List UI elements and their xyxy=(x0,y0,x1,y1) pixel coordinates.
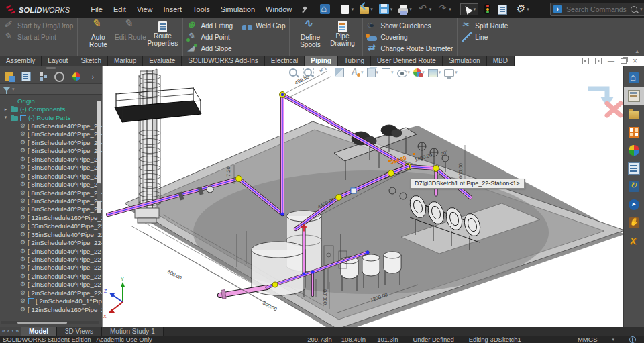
home-icon[interactable]: ▾ xyxy=(318,3,336,15)
command-tab[interactable]: Evaluate xyxy=(143,56,182,66)
tree-item[interactable]: ⚙ [ 8inSchedule40^Pipe_22-S xyxy=(0,205,102,213)
next-tab-icon[interactable]: › xyxy=(11,328,13,334)
tree-item[interactable]: ⚙ [ 2inSchedule40^Pipe_22-S xyxy=(0,255,102,263)
split-route-button[interactable]: Split Route xyxy=(462,20,508,32)
show-guidelines-button[interactable]: Show Guidelines xyxy=(367,20,453,32)
graphics-viewport[interactable]: ▾ ▾ ▾ ▾ ▾ ▾ ▾ ▾ ▾ ▾ xyxy=(103,66,624,327)
model-tab[interactable]: Motion Study 1 xyxy=(102,327,164,336)
menu-item[interactable]: File xyxy=(86,4,107,15)
xpress-products-icon[interactable] xyxy=(624,232,644,250)
edit-route-button[interactable]: Edit Route xyxy=(114,20,146,55)
tree-item[interactable]: Origin xyxy=(0,97,102,105)
tree-item[interactable]: ⚙ [ 2inSchedule40^Pipe_22-S xyxy=(0,281,102,289)
hand-tool-icon[interactable] xyxy=(624,213,644,232)
change-route-diameter-button[interactable]: Change Route Diameter xyxy=(367,43,453,54)
model-tab[interactable]: Model xyxy=(21,327,57,336)
annotation-views-icon[interactable]: ▾ xyxy=(350,67,364,77)
menu-item[interactable]: Simulation xyxy=(216,4,260,15)
undo-icon[interactable]: ▾ xyxy=(416,3,434,15)
doc-close-icon[interactable]: × xyxy=(633,57,637,65)
command-tab[interactable]: Sketch xyxy=(74,56,108,66)
section-view-icon[interactable]: ▾ xyxy=(335,67,347,77)
globe-icon[interactable] xyxy=(629,336,636,343)
auto-route-button[interactable]: Auto Route xyxy=(82,20,114,55)
next-window-icon[interactable] xyxy=(595,58,602,64)
confirmation-corner[interactable] xyxy=(588,89,621,115)
prev-tab-icon[interactable]: ‹ xyxy=(7,328,9,334)
solidworks-connected-icon[interactable] xyxy=(624,177,644,195)
add-slope-button[interactable]: Add Slope xyxy=(187,43,285,54)
search-caret-icon[interactable]: ▾ xyxy=(640,7,643,11)
units-selector[interactable]: MMGS xyxy=(578,336,598,343)
search-box[interactable]: › ▾ xyxy=(550,3,644,16)
covering-button[interactable]: Covering xyxy=(367,32,453,43)
view-palette-icon[interactable] xyxy=(624,123,644,141)
design-library-icon[interactable] xyxy=(624,87,644,105)
display-style-icon[interactable]: ▾ xyxy=(382,67,394,77)
tab-configurationmanager[interactable] xyxy=(35,70,50,83)
weld-gap-button[interactable]: Weld Gap xyxy=(242,20,285,32)
last-tab-icon[interactable]: » xyxy=(15,328,19,334)
tree-item[interactable]: ⚙ [ 2inSchedule40^Pipe_22-S xyxy=(0,272,102,280)
tree-item[interactable]: ⚙ [ 8inSchedule40^Pipe_22-S xyxy=(0,180,102,188)
command-tab[interactable]: Markup xyxy=(108,56,143,66)
model-tab[interactable]: 3D Views xyxy=(57,327,102,336)
tree-item[interactable]: ⚙ [ 8inSchedule40^Pipe_22-S xyxy=(0,121,102,130)
route-properties-button[interactable]: Route Properties xyxy=(146,20,178,55)
file-explorer-icon[interactable] xyxy=(624,105,644,123)
tree-item[interactable]: ⚙ [ 12inSchedule160^Pipe_22 xyxy=(0,213,102,222)
tree-item[interactable]: ⚙ [ 8inSchedule40^Pipe_22-S xyxy=(0,138,102,146)
command-tab[interactable]: MBD xyxy=(487,56,515,66)
options-button[interactable]: ▾ xyxy=(513,3,531,15)
appearances-scenes-icon[interactable] xyxy=(624,141,644,159)
define-spools-button[interactable]: Define Spools xyxy=(294,20,326,55)
tab-dimxpert[interactable] xyxy=(52,70,67,83)
command-tab[interactable]: Tubing xyxy=(338,56,371,66)
view-orientation-icon[interactable]: ▾ xyxy=(367,67,379,77)
tree-item[interactable]: ⚙ [ 12inSchedule160^Pipe_22 xyxy=(0,305,102,313)
tree-item[interactable]: ⚙ [ 8inSchedule40^Pipe_22-S xyxy=(0,130,102,138)
search-input[interactable] xyxy=(565,5,628,14)
tree-item[interactable]: ⚙ [ 8inSchedule40^Pipe_22-S xyxy=(0,164,102,172)
panel-tabs-overflow[interactable]: › xyxy=(85,70,101,83)
pipe-drawing-button[interactable]: Pipe Drawing xyxy=(326,20,358,55)
doc-minimize-icon[interactable]: — xyxy=(608,58,614,64)
tab-propertymanager[interactable] xyxy=(18,70,34,83)
doc-restore-icon[interactable] xyxy=(621,58,627,64)
custom-properties-icon[interactable] xyxy=(624,159,644,177)
tree-item[interactable]: ⚙ [ 8inSchedule40^Pipe_22-S xyxy=(0,189,102,197)
command-tab[interactable]: User Defined Route xyxy=(371,56,443,66)
previous-view-icon[interactable]: ▾ xyxy=(318,67,331,77)
tree-item[interactable]: ⚙ [ 8inSchedule40^Pipe_22-S xyxy=(0,197,102,205)
tree-item[interactable]: ⚙ [ 2inSchedule40_1^Pipe xyxy=(0,297,102,305)
tree-item[interactable]: ⚙ [ 35inSchedule40^Pipe_22- xyxy=(0,222,102,230)
tab-featuremanager[interactable] xyxy=(1,70,17,83)
interference-button[interactable] xyxy=(482,3,492,15)
command-tab[interactable]: SOLIDWORKS Add-Ins xyxy=(182,56,264,66)
menu-item[interactable]: Insert xyxy=(159,4,187,15)
evaluate-button[interactable] xyxy=(496,3,509,16)
scrollbar-thumb[interactable] xyxy=(97,183,101,201)
tree-horizontal-scrollbar[interactable] xyxy=(1,321,99,324)
command-tab[interactable]: Layout xyxy=(42,56,74,66)
menu-item[interactable]: View xyxy=(132,4,158,15)
previous-window-icon[interactable] xyxy=(582,58,589,64)
edit-appearance-icon[interactable]: ▾ xyxy=(413,68,425,77)
tree-item[interactable]: ⚙ [ 35inSchedule40^Pipe_22- xyxy=(0,230,102,238)
apply-scene-icon[interactable]: ▾ xyxy=(428,68,441,77)
view-settings-icon[interactable]: ▾ xyxy=(444,68,458,77)
tree-item[interactable]: ▸ (-) Components xyxy=(0,105,102,113)
hide-show-items-icon[interactable]: ▾ xyxy=(397,68,411,77)
tree-item[interactable]: ⚙ [ 8inSchedule40^Pipe_22-S xyxy=(0,172,102,180)
tree-item[interactable]: ⚙ [ 2inSchedule40^Pipe_22-S xyxy=(0,238,102,246)
search-icon[interactable] xyxy=(631,6,637,13)
ribbon-collapse-icon[interactable]: ▴ xyxy=(635,48,644,56)
redo-icon[interactable]: ▾ xyxy=(435,3,453,15)
tree-vertical-scrollbar[interactable] xyxy=(97,101,101,213)
panel-splitter-handle[interactable] xyxy=(46,67,56,69)
command-tab[interactable]: Piping xyxy=(305,56,338,66)
start-by-dragdrop-button[interactable]: Start by Drag/Drop xyxy=(4,20,73,32)
select-tool-button[interactable]: ▾ xyxy=(460,3,479,15)
add-fitting-button[interactable]: Add Fitting xyxy=(187,20,233,32)
tree-item[interactable]: ⚙ [ 8inSchedule40^Pipe_22-S xyxy=(0,147,102,155)
